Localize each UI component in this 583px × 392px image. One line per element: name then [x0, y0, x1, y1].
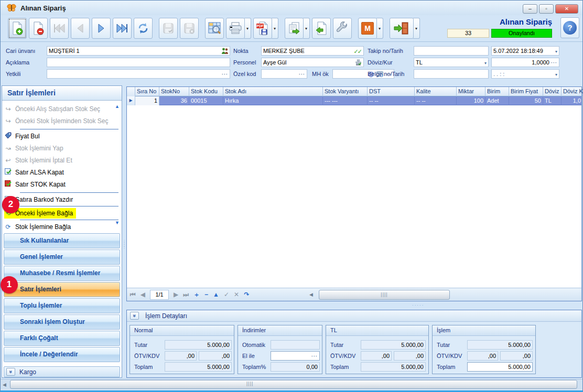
col-doviz[interactable]: Döviz — [543, 87, 562, 96]
grid-selected-row[interactable]: ▶ 1 36 00015 Hırka --- --- -- -- -- -- 1… — [127, 96, 581, 105]
minimize-button[interactable]: – — [523, 4, 537, 14]
horizontal-splitter-grip[interactable]: ····· — [412, 303, 424, 308]
pdf-dropdown[interactable]: ▾ — [272, 18, 278, 39]
accordion-sonraki-islem[interactable]: Sonraki İşlem Oluştur — [4, 314, 120, 330]
nav-prev-icon[interactable]: ◀ — [141, 291, 145, 298]
col-sira-no[interactable]: Sıra No ▲ — [135, 87, 159, 96]
islem-toplam-field[interactable]: 5.000,00 — [467, 362, 533, 372]
new-record-button[interactable] — [8, 18, 27, 39]
menu-item-stok-islemini-iptal[interactable]: ↩Stok İşlemini İptal Et — [4, 155, 72, 166]
personnel-stamp-icon[interactable] — [355, 59, 362, 66]
belge-no-field[interactable] — [414, 69, 489, 79]
mikro-button[interactable]: M — [358, 18, 377, 39]
scroll-left-icon[interactable]: ◀ — [3, 382, 6, 387]
vertical-splitter[interactable]: :::: — [123, 85, 126, 378]
cell-doviz[interactable]: TL — [543, 96, 562, 105]
nav-cancel-icon[interactable]: ✕ — [234, 291, 239, 298]
save-close-button[interactable] — [180, 18, 199, 39]
menu-item-satir-alsa-kapat[interactable]: Satır ALSA Kapat — [4, 167, 64, 178]
cell-dst[interactable]: -- -- — [368, 96, 415, 105]
window-scroll-thumb[interactable]: |||| — [10, 380, 577, 389]
cell-birim[interactable]: Adet — [485, 96, 509, 105]
close-button[interactable]: ✕ — [555, 4, 578, 14]
menu-item-fiyat-bul[interactable]: Fiyat Bul — [4, 131, 40, 141]
cell-miktar[interactable]: 100 — [457, 96, 485, 105]
copy-document-button[interactable] — [285, 18, 304, 39]
cell-birim-fiyat[interactable]: 50 — [509, 96, 543, 105]
col-stokno[interactable]: StokNo — [159, 87, 189, 96]
el-ile-browse-icon[interactable]: ··· — [311, 352, 318, 361]
col-miktar[interactable]: Miktar — [457, 87, 485, 96]
menu-item-stok-islemine-bagla[interactable]: ⟳Stok İşlemine Bağla — [4, 222, 71, 232]
customer-people-icon[interactable] — [221, 48, 229, 55]
menu-item-onceki-stok-isleminden[interactable]: ↪Önceki Stok İşleminden Stok Seç — [4, 116, 108, 126]
doviz-dropdown-icon[interactable]: ▾ — [484, 59, 487, 67]
accordion-incele-degerlendir[interactable]: İncele / Değerlendir — [4, 347, 120, 362]
cell-doviz-kuru[interactable]: 1,0 — [562, 96, 582, 105]
accordion-toplu-islemler[interactable]: Toplu İşlemler — [4, 298, 120, 313]
mikro-dropdown[interactable]: ▾ — [376, 18, 383, 39]
cell-stok-varyanti[interactable]: --- --- — [323, 96, 368, 105]
preview-list-button[interactable] — [205, 18, 224, 39]
copy-dropdown[interactable]: ▾ — [303, 18, 310, 39]
scroll-left-icon[interactable]: ◀ — [309, 292, 313, 297]
kur-browse-icon[interactable]: ··· — [551, 59, 557, 67]
window-hscrollbar[interactable]: ◀ |||| — [1, 379, 583, 389]
menu-scroll-down-icon[interactable]: ▼ — [115, 220, 120, 225]
refresh-button[interactable] — [134, 18, 153, 39]
pdf-save-button[interactable]: PDF — [253, 18, 272, 39]
accordion-sik-kullanilanlar[interactable]: Sık Kullanılanlar — [4, 233, 120, 248]
nav-refresh-icon[interactable]: ↷ — [244, 291, 249, 298]
previous-record-button[interactable] — [71, 18, 90, 39]
exit-button[interactable] — [390, 18, 414, 39]
revert-document-button[interactable] — [312, 18, 331, 39]
grid-scroll-thumb[interactable]: |||| — [319, 290, 450, 300]
takip-date-field[interactable]: 5.07.2022 18:18:49 ▾ — [491, 46, 559, 56]
menu-item-satir-stok-kapat[interactable]: Satır STOK Kapat — [4, 179, 66, 190]
cell-stok-adi[interactable]: Hırka — [223, 96, 323, 105]
col-kalite[interactable]: Kalite — [415, 87, 457, 96]
aciklama-field[interactable] — [47, 58, 230, 67]
nav-edit-icon[interactable]: ▲ — [213, 291, 219, 298]
indirim-el-ile-field[interactable]: ··· — [271, 351, 320, 361]
print-button[interactable] — [226, 18, 245, 39]
last-record-button[interactable] — [113, 18, 132, 39]
next-record-button[interactable] — [92, 18, 111, 39]
doviz-field[interactable]: TL ▾ — [414, 58, 489, 67]
nav-next-icon[interactable]: ▶ — [174, 291, 178, 298]
kargo-section[interactable]: » Kargo — [4, 366, 120, 377]
nav-last-icon[interactable]: ⏭ — [183, 291, 189, 298]
col-doviz-kuru[interactable]: Döviz Kı — [562, 87, 582, 96]
first-record-button[interactable] — [50, 18, 69, 39]
col-stok-kodu[interactable]: Stok Kodu — [189, 87, 223, 96]
cell-sira-no[interactable]: 1 — [135, 96, 159, 105]
ozel-kod-browse-icon[interactable]: ··· — [299, 70, 305, 79]
takip-date-dropdown-icon[interactable]: ▾ — [555, 48, 557, 56]
accordion-genel-islemler[interactable]: Genel İşlemler — [4, 249, 120, 265]
personel-field[interactable]: Ayşe Gül — [261, 58, 364, 67]
belge-date-field[interactable]: . . : : ▾ — [491, 69, 559, 79]
exit-dropdown[interactable]: ▾ — [413, 18, 420, 39]
belge-date-dropdown-icon[interactable]: ▾ — [555, 71, 557, 79]
nav-first-icon[interactable]: ⏮ — [130, 291, 136, 298]
menu-scroll-up-icon[interactable]: ▲ — [115, 104, 120, 109]
col-stok-adi[interactable]: Stok Adı — [223, 87, 323, 96]
grid-hscrollbar[interactable]: ◀ |||| — [309, 290, 578, 300]
yetkili-field[interactable]: ··· — [47, 69, 230, 79]
kur-field[interactable]: 1,0000 ··· — [491, 58, 559, 67]
yetkili-browse-icon[interactable]: ··· — [222, 70, 228, 79]
col-birim-fiyat[interactable]: Birim Fiyat — [509, 87, 543, 96]
details-collapse-button[interactable]: » — [130, 312, 139, 320]
save-button[interactable] — [159, 18, 178, 39]
accordion-satir-islemleri[interactable]: Satır İşlemleri — [4, 282, 120, 297]
nokta-field[interactable]: MERKEZ ŞUBE ✓✓ — [261, 46, 364, 56]
tools-button[interactable] — [333, 18, 352, 39]
delete-record-button[interactable] — [29, 18, 48, 39]
accordion-farkli-cogalt[interactable]: Farklı Çoğalt — [4, 331, 120, 346]
cari-unvani-field[interactable]: MÜŞTERİ 1 — [47, 46, 230, 56]
help-button[interactable]: ? — [560, 17, 579, 38]
cell-stokno[interactable]: 36 — [159, 96, 189, 105]
menu-item-stok-islemini-yap[interactable]: ↝Stok İşlemini Yap — [4, 143, 63, 154]
nav-add-icon[interactable]: ＋ — [193, 290, 200, 299]
cell-kalite[interactable]: -- -- — [415, 96, 457, 105]
